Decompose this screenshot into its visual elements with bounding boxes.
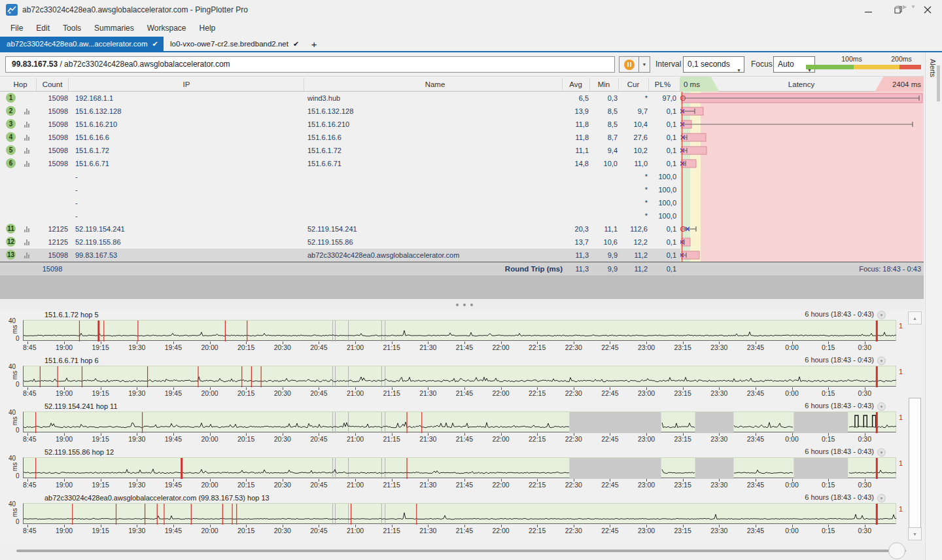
interval-select[interactable]: 0,1 seconds ▼ (683, 56, 744, 73)
hop-number-badge: 5 (6, 145, 16, 155)
timeline-graph-hop[interactable]: 151.6.1.72 hop 56 hours (18:43 - 0:43)▼4… (0, 310, 924, 356)
cell-min (590, 183, 618, 196)
splitter-handle[interactable] (0, 299, 924, 310)
histogram-icon[interactable] (24, 147, 32, 154)
header-separator (562, 78, 563, 91)
graph-range-label[interactable]: 6 hours (18:43 - 0:43) (805, 356, 874, 364)
histogram-icon[interactable] (24, 226, 32, 232)
axis-tick-label: 22:00 (492, 435, 509, 443)
table-row-hop-unknown[interactable]: -*100,0 (0, 183, 924, 196)
timeline-graph-hop[interactable]: 52.119.155.86 hop 126 hours (18:43 - 0:4… (0, 447, 924, 493)
time-scrollbar-thumb[interactable] (888, 542, 905, 559)
pause-button[interactable] (619, 56, 639, 73)
graph-plot-area[interactable] (23, 411, 896, 432)
graph-plot-area[interactable] (23, 366, 896, 387)
target-ip: 99.83.167.53 (12, 60, 58, 69)
table-row-hop-6[interactable]: 615098151.6.6.71151.6.6.7114,810,011,00,… (0, 157, 924, 170)
window-title: ab72c33024c428ea0.awsglobalaccelerator.c… (22, 5, 248, 14)
scroll-up-icon[interactable]: ▲ (908, 311, 922, 324)
menu-item-edit[interactable]: Edit (29, 21, 56, 35)
cell-min (590, 209, 618, 222)
graph-options-chevron-icon[interactable]: ▼ (877, 311, 886, 319)
axis-tick-label: 0:00 (785, 435, 798, 443)
axis-tick-label: 22:15 (529, 343, 546, 351)
table-row-hop-12[interactable]: 121212552.119.155.8652.119.155.8613,710,… (0, 236, 924, 249)
cell-count (37, 209, 68, 222)
graph-plot-area[interactable] (23, 320, 896, 341)
restore-button[interactable] (883, 0, 913, 20)
axis-tick-label: 23:15 (674, 481, 691, 489)
menu-item-help[interactable]: Help (193, 21, 222, 35)
graph-options-chevron-icon[interactable]: ▼ (877, 402, 886, 411)
axis-tick-label: 18:45 (23, 389, 37, 397)
table-row-hop-11[interactable]: 111212552.119.154.24152.119.154.24120,31… (0, 222, 924, 236)
menu-item-tools[interactable]: Tools (56, 21, 88, 35)
axis-tick-label: 19:30 (128, 389, 145, 397)
cell-cur: 11,2 (619, 249, 648, 262)
table-row-hop-unknown[interactable]: -*100,0 (0, 209, 924, 222)
graph-options-chevron-icon[interactable]: ▼ (877, 494, 886, 502)
scrollbar-thumb[interactable] (909, 398, 921, 529)
graph-range-label[interactable]: 6 hours (18:43 - 0:43) (805, 447, 874, 455)
target-tab-1[interactable]: ab72c33024c428ea0.aw...accelerator.com✔ (0, 37, 164, 51)
histogram-icon[interactable] (24, 239, 32, 245)
minimize-button[interactable] (854, 0, 883, 20)
graph-range-label[interactable]: 6 hours (18:43 - 0:43) (805, 493, 874, 501)
col-min[interactable]: Min (590, 77, 618, 92)
col-hop[interactable]: Hop (5, 77, 35, 92)
graph-options-chevron-icon[interactable]: ▼ (877, 448, 886, 457)
cell-ip: 151.6.16.210 (75, 118, 301, 131)
table-row-hop-4[interactable]: 415098151.6.16.6151.6.16.611,88,727,60,1 (0, 131, 924, 144)
table-row-hop-5[interactable]: 515098151.6.1.72151.6.1.7211,19,410,20,1 (0, 144, 924, 157)
target-address[interactable]: 99.83.167.53 / ab72c33024c428ea0.awsglob… (5, 56, 615, 73)
target-tab-2[interactable]: lo0-vxo-owe7-cr2.se.bredband2.net✔ (164, 37, 305, 51)
cell-ip: 52.119.154.241 (75, 222, 301, 236)
time-scrollbar-track[interactable] (16, 550, 906, 552)
y-axis-min-label: 0 (16, 335, 20, 342)
axis-tick-label: 21:45 (456, 527, 473, 534)
axis-tick-label: 22:00 (492, 481, 509, 489)
col-pl[interactable]: PL% (649, 77, 676, 92)
table-row-hop-13[interactable]: 131509899.83.167.53ab72c33024c428ea0.aws… (0, 249, 924, 262)
graph-plot-area[interactable] (23, 457, 896, 478)
col-ip[interactable]: IP (69, 77, 304, 92)
table-row-hop-unknown[interactable]: -*100,0 (0, 196, 924, 209)
histogram-icon[interactable] (24, 121, 32, 128)
close-button[interactable] (913, 0, 942, 20)
table-row-hop-3[interactable]: 315098151.6.16.210151.6.16.21011,88,510,… (0, 118, 924, 131)
histogram-icon[interactable] (24, 134, 32, 141)
cell-name: 52.119.155.86 (307, 236, 563, 249)
pause-dropdown-button[interactable]: ▼ (639, 56, 650, 73)
new-target-tab-button[interactable]: + (305, 37, 323, 51)
y-axis-max-label: 40 (9, 317, 16, 324)
timeline-graph-hop[interactable]: 151.6.6.71 hop 66 hours (18:43 - 0:43)▼4… (0, 356, 924, 402)
cell-avg (563, 209, 589, 222)
timeline-graph-hop[interactable]: ab72c33024c428ea0.awsglobalaccelerator.c… (0, 493, 924, 539)
histogram-icon[interactable] (24, 108, 32, 114)
scroll-down-icon[interactable]: ▼ (908, 527, 922, 540)
table-row-hop-2[interactable]: 215098151.6.132.128151.6.132.12813,98,59… (0, 105, 924, 118)
histogram-icon[interactable] (24, 252, 32, 258)
graph-options-chevron-icon[interactable]: ▼ (877, 357, 886, 365)
graph-plot-area[interactable] (23, 503, 896, 524)
axis-tick-label: 20:45 (310, 343, 327, 351)
tab-scroll-arrows[interactable]: ◀▶▼ (895, 4, 920, 10)
menu-item-file[interactable]: File (4, 21, 29, 35)
cell-avg (563, 170, 589, 183)
menu-item-workspace[interactable]: Workspace (141, 21, 193, 35)
col-name[interactable]: Name (304, 77, 566, 92)
menu-item-summaries[interactable]: Summaries (88, 21, 141, 35)
col-avg[interactable]: Avg (563, 77, 589, 92)
axis-tick-label: 20:15 (237, 481, 254, 489)
graph-range-label[interactable]: 6 hours (18:43 - 0:43) (805, 402, 874, 410)
alerts-panel-tab[interactable]: Alerts (925, 52, 942, 560)
graphs-scrollbar[interactable]: ▲ ▼ (908, 311, 922, 540)
col-latency[interactable]: Latency (752, 77, 850, 92)
col-count[interactable]: Count (37, 77, 68, 92)
timeline-graph-hop[interactable]: 52.119.154.241 hop 116 hours (18:43 - 0:… (0, 402, 924, 447)
table-row-hop-1[interactable]: 115098192.168.1.1wind3.hub6,50,3*97,0 (0, 92, 924, 105)
histogram-icon[interactable] (24, 160, 32, 167)
table-row-hop-unknown[interactable]: -*100,0 (0, 170, 924, 183)
graph-range-label[interactable]: 6 hours (18:43 - 0:43) (805, 310, 874, 318)
col-cur[interactable]: Cur (619, 77, 648, 92)
